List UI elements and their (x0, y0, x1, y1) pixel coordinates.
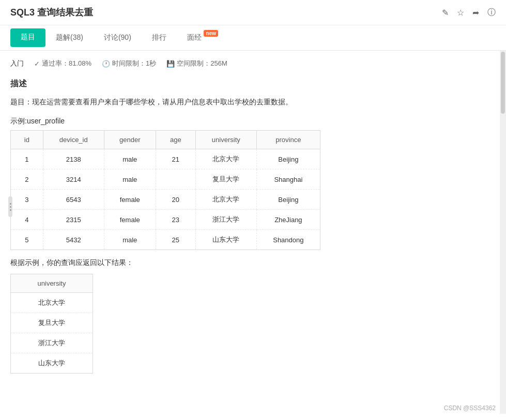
memory-icon: 💾 (166, 60, 175, 68)
new-badge: new (204, 30, 218, 37)
col-id: id (11, 131, 43, 149)
table-row: 55432male25山东大学Shandong (11, 230, 320, 250)
table-row: 42315female23浙江大学ZheJiang (11, 210, 320, 230)
table-row: 山东大学 (11, 353, 93, 374)
col-gender: gender (104, 131, 156, 149)
result-header-row: university (11, 274, 93, 293)
meta-info-bar: 入门 ✓ 通过率：81.08% 🕐 时间限制：1秒 💾 空间限制：256M (10, 59, 496, 68)
time-limit: 🕐 时间限制：1秒 (102, 59, 156, 68)
tab-problem[interactable]: 题目 (10, 28, 45, 47)
check-icon: ✓ (34, 60, 40, 68)
tab-interview[interactable]: 面经 new (177, 26, 220, 51)
col-province: province (256, 131, 320, 149)
table-row: 12138male21北京大学Beijing (11, 149, 320, 169)
col-university: university (195, 131, 256, 149)
result-table: university 北京大学复旦大学浙江大学山东大学 (10, 274, 93, 374)
page-header: SQL3 查询结果去重 ✎ ☆ ➦ ⓘ (0, 0, 506, 25)
description-body: 题目：现在运营需要查看用户来自于哪些学校，请从用户信息表中取出学校的去重数据。 (10, 96, 496, 108)
description-heading: 描述 (10, 79, 496, 89)
table-row: 浙江大学 (11, 333, 93, 353)
info-icon[interactable]: ⓘ (487, 7, 496, 18)
edit-icon[interactable]: ✎ (442, 8, 449, 18)
share-icon[interactable]: ➦ (472, 8, 479, 18)
watermark: CSDN @SSS4362 (444, 405, 496, 412)
table-row: 北京大学 (11, 293, 93, 313)
tab-discuss[interactable]: 讨论(90) (94, 26, 142, 51)
scrollbar[interactable] (500, 51, 506, 414)
star-icon[interactable]: ☆ (457, 8, 464, 18)
col-device-id: device_id (43, 131, 104, 149)
result-description: 根据示例，你的查询应返回以下结果： (10, 258, 496, 268)
space-limit: 💾 空间限制：256M (166, 59, 227, 68)
example-table: id device_id gender age university provi… (10, 130, 320, 250)
tab-solutions[interactable]: 题解(38) (45, 26, 94, 51)
header-actions: ✎ ☆ ➦ ⓘ (442, 7, 496, 18)
pass-rate: ✓ 通过率：81.08% (34, 59, 91, 68)
col-age: age (156, 131, 195, 149)
page-title: SQL3 查询结果去重 (10, 6, 93, 19)
clock-icon: 🕐 (102, 60, 110, 68)
resize-handle[interactable] (8, 196, 12, 217)
table-row: 23214male复旦大学Shanghai (11, 169, 320, 190)
table-row: 复旦大学 (11, 313, 93, 333)
scrollbar-thumb[interactable] (501, 52, 505, 114)
main-content: 入门 ✓ 通过率：81.08% 🕐 时间限制：1秒 💾 空间限制：256M 描述… (0, 51, 506, 414)
table-row: 36543female20北京大学Beijing (11, 190, 320, 210)
tab-bar: 题目 题解(38) 讨论(90) 排行 面经 new (0, 25, 506, 51)
result-col-university: university (11, 274, 93, 293)
example-table-header-row: id device_id gender age university provi… (11, 131, 320, 149)
example-table-label: 示例:user_profile (10, 117, 496, 126)
tab-rank[interactable]: 排行 (142, 26, 177, 51)
difficulty-level: 入门 (10, 59, 24, 68)
